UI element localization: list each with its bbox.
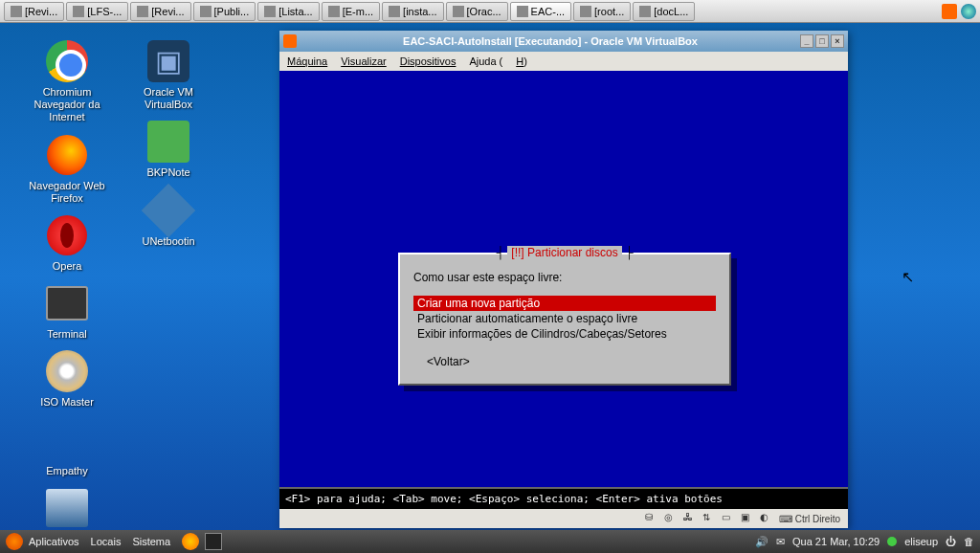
partitioner-options: Criar uma nova partiçãoParticionar autom… — [413, 296, 716, 342]
empathy-icon — [44, 417, 90, 463]
window-icon — [11, 6, 22, 17]
taskbar-item[interactable]: [docL... — [633, 2, 695, 21]
taskbar-item[interactable]: [E-m... — [322, 2, 380, 21]
menu-locais[interactable]: Locais — [91, 536, 122, 547]
taskbar-item[interactable]: [Lista... — [257, 2, 319, 21]
volume-icon[interactable]: 🔊 — [755, 536, 768, 548]
status-cd-icon[interactable]: ◎ — [664, 512, 678, 525]
status-hdd-icon[interactable]: ⛁ — [645, 512, 658, 525]
desktop-icon-terminal[interactable]: Terminal — [19, 280, 115, 341]
taskbar-item[interactable]: [Revi... — [130, 2, 190, 21]
partitioner-option[interactable]: Criar uma nova partição — [413, 296, 716, 311]
virtualbox-window: EAC-SACI-AutoInstall [Executando] - Orac… — [279, 31, 848, 528]
partitioner-option[interactable]: Exibir informações de Cilindros/Cabeças/… — [413, 326, 716, 342]
menu-visualizar[interactable]: Visualizar — [341, 55, 387, 67]
status-display-icon[interactable]: ▣ — [741, 512, 754, 525]
menu-sistema[interactable]: Sistema — [132, 536, 170, 547]
close-button[interactable]: × — [831, 34, 844, 48]
taskbar-item[interactable]: EAC-... — [510, 2, 571, 21]
status-usb-icon[interactable]: ⇅ — [702, 512, 716, 525]
partitioner-dialog: ┤ [!!] Particionar discos ├ Como usar es… — [398, 253, 731, 386]
partitioner-back[interactable]: <Voltar> — [413, 355, 716, 368]
taskbar-item-label: [docL... — [654, 6, 688, 17]
user-name[interactable]: eliseup — [904, 536, 938, 547]
desktop-icon-label: Oracle VM VirtualBox — [121, 86, 216, 111]
window-icon — [389, 6, 400, 17]
virtualbox-icon — [145, 38, 191, 84]
trash-icon[interactable]: 🗑 — [964, 536, 974, 547]
status-shared-icon[interactable]: ▭ — [722, 512, 735, 525]
mail-icon[interactable]: ✉ — [776, 536, 785, 548]
window-icon — [453, 6, 464, 17]
desktop-icon-label: Terminal — [19, 328, 115, 341]
taskbar-item-label: EAC-... — [531, 6, 565, 17]
chromium-icon — [44, 38, 90, 84]
vbox-titlebar[interactable]: EAC-SACI-AutoInstall [Executando] - Orac… — [279, 31, 848, 52]
partitioner-title: ┤ [!!] Particionar discos ├ — [400, 246, 729, 259]
taskbar-item-label: [Publi... — [214, 6, 250, 17]
status-mouse-icon[interactable]: ◐ — [760, 512, 773, 525]
mouse-cursor: ↖ — [902, 268, 914, 286]
desktop-icon-label: Opera — [19, 260, 115, 273]
presence-dot[interactable] — [887, 537, 897, 546]
window-icon — [264, 6, 276, 17]
window-icon — [328, 6, 340, 17]
ubuntu-start-icon[interactable] — [6, 533, 23, 550]
desktop-icon-label: BKPNote — [121, 166, 216, 179]
taskbar-item[interactable]: [Publi... — [193, 2, 256, 21]
tray-vbox-icon[interactable] — [942, 4, 957, 19]
window-icon — [137, 6, 148, 17]
menu-maquina[interactable]: Máquina — [287, 55, 327, 67]
taskbar-item[interactable]: [LFS-... — [66, 2, 128, 21]
taskbar-item-label: [Lista... — [278, 6, 312, 17]
unetbootin-icon — [145, 188, 191, 233]
window-icon — [517, 6, 528, 17]
maximize-button[interactable]: □ — [815, 34, 829, 48]
vbox-menubar: Máquina Visualizar Dispositivos Ajuda (H… — [279, 52, 848, 71]
vbox-app-icon — [283, 34, 297, 48]
desktop-icon-label: Empathy — [19, 465, 115, 477]
taskbar-item-label: [LFS-... — [87, 6, 122, 17]
taskbar-item[interactable]: [insta... — [382, 2, 443, 21]
window-icon — [639, 6, 651, 17]
launcher-firefox-icon[interactable] — [182, 533, 199, 550]
desktop-icon-chromium[interactable]: Chromium Navegador da Internet — [19, 38, 115, 124]
taskbar-item-label: [Revi... — [151, 6, 184, 17]
taskbar-item[interactable]: [Orac... — [446, 2, 508, 21]
taskbar-item-label: [root... — [594, 6, 624, 17]
clock[interactable]: Qua 21 Mar, 10:29 — [792, 536, 880, 547]
minimize-button[interactable]: _ — [800, 34, 813, 48]
desktop-icon-unetbootin[interactable]: UNetbootin — [121, 188, 216, 248]
desktop-icon-firefox[interactable]: Navegador Web Firefox — [19, 132, 115, 205]
vbox-guest-screen[interactable]: ┤ [!!] Particionar discos ├ Como usar es… — [279, 71, 848, 509]
launcher-terminal-icon[interactable] — [205, 533, 222, 550]
taskbar-item-label: [E-m... — [343, 6, 373, 17]
tray-globe-icon[interactable] — [961, 4, 976, 19]
desktop-icon-empathy[interactable]: Empathy — [19, 417, 115, 477]
menu-dispositivos[interactable]: Dispositivos — [400, 55, 457, 67]
taskbar-item-label: [Revi... — [25, 6, 57, 17]
desktop-icon-virtualbox[interactable]: Oracle VM VirtualBox — [121, 38, 216, 111]
status-net-icon[interactable]: 🖧 — [683, 512, 697, 525]
window-icon — [73, 6, 84, 17]
cts-icon — [44, 485, 90, 531]
taskbar-item[interactable]: [Revi... — [4, 2, 64, 21]
vbox-statusbar: ⛁ ◎ 🖧 ⇅ ▭ ▣ ◐ ⌨ Ctrl Direito — [279, 509, 848, 528]
menu-ajuda[interactable]: Ajuda (H) — [469, 55, 540, 67]
power-icon[interactable]: ⏻ — [946, 536, 956, 547]
window-icon — [200, 6, 212, 17]
partitioner-option[interactable]: Particionar automaticamente o espaço liv… — [413, 311, 716, 326]
desktop-icons: Chromium Navegador da InternetNavegador … — [19, 38, 230, 553]
taskbar-item-label: [insta... — [403, 6, 436, 17]
opera-icon — [44, 212, 90, 258]
taskbar-tray — [942, 4, 976, 19]
taskbar-item[interactable]: [root... — [573, 2, 631, 21]
desktop-icon-bkpnote[interactable]: BKPNote — [121, 119, 216, 179]
menu-aplicativos[interactable]: Aplicativos — [29, 536, 79, 547]
desktop-icon-label: Chromium Navegador da Internet — [19, 86, 115, 124]
status-hostkey: ⌨ Ctrl Direito — [779, 514, 840, 524]
isomaster-icon — [44, 348, 90, 394]
guest-helpbar: <F1> para ajuda; <Tab> move; <Espaço> se… — [279, 487, 848, 509]
desktop-icon-opera[interactable]: Opera — [19, 212, 115, 273]
desktop-icon-isomaster[interactable]: ISO Master — [19, 348, 115, 409]
